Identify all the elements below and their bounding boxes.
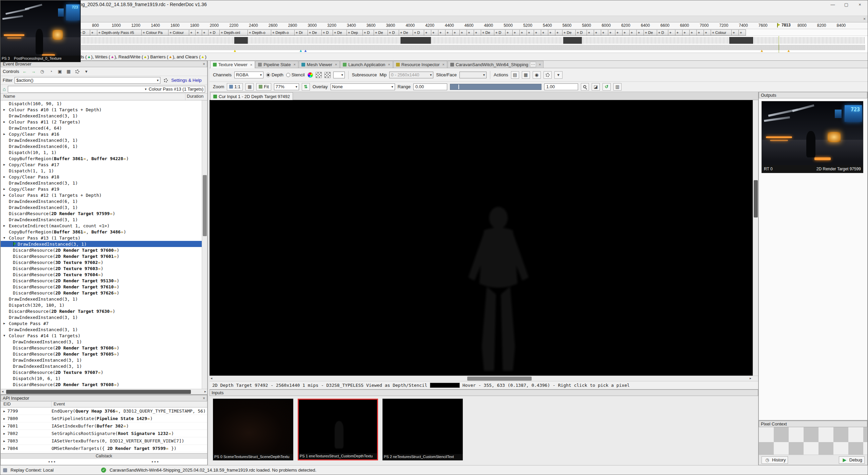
event-row[interactable]: DiscardResource(2D Render Target 97605∞)	[1, 351, 202, 357]
options-dropdown-icon[interactable]: ▾	[83, 69, 90, 75]
breadcrumb[interactable]: ▾ Colour Pass #13 (1 Targets)	[8, 86, 205, 93]
maximize-button[interactable]: ▢	[841, 2, 852, 7]
timeline-pass-segment[interactable]: +	[541, 30, 548, 36]
event-row[interactable]: DrawIndexedInstanced(3, 1)	[1, 357, 202, 363]
range-min-input[interactable]: 0.00	[413, 83, 447, 90]
input-thumbnail[interactable]: PS 0 SceneTexturesStruct_SceneDepthTextu	[213, 399, 293, 460]
debug-button[interactable]: ▶Debug	[839, 456, 865, 464]
zoom-grid-icon[interactable]: ▦	[245, 83, 254, 91]
timeline-pass-segment[interactable]: +	[424, 30, 431, 36]
column-eid[interactable]: EID	[1, 401, 52, 407]
close-button[interactable]: ×	[854, 2, 866, 7]
range-slider-handle[interactable]	[458, 84, 459, 89]
tree-expander-icon[interactable]: ▶	[3, 187, 9, 191]
tab-overflow-button[interactable]: ⋯	[530, 62, 536, 67]
background-select[interactable]: ▾	[333, 72, 345, 78]
event-row[interactable]: DiscardResource(2D Render Target 97610∞)	[1, 284, 202, 290]
timeline-pass-segment[interactable]: + De	[308, 30, 322, 36]
column-duration[interactable]: Duration	[185, 94, 207, 100]
tab-pipeline-state[interactable]: Pipeline State×	[255, 61, 298, 68]
timeline-close-icon[interactable]: ×	[863, 17, 866, 21]
api-inspector-header[interactable]: API Inspector ×	[1, 395, 207, 401]
timeline-pass-segment[interactable]: +	[474, 30, 481, 36]
scrollbar-thumb[interactable]	[203, 175, 207, 236]
tab-close-icon[interactable]: ×	[388, 62, 390, 66]
tab-caravansandwitch-win64-shipping[interactable]: CaravanSandWitch_Win64_Shipping⋯×	[448, 61, 544, 68]
slice-face-select[interactable]: ▾	[459, 72, 487, 78]
timeline-usage-marker[interactable]: ▲	[760, 49, 764, 53]
event-row[interactable]: DrawIndexedInstanced(3, 1)	[1, 314, 202, 320]
event-row[interactable]: DiscardResource(2D Render Target 97626∞)	[1, 290, 202, 296]
timeline-pass-segment[interactable]: +	[675, 30, 683, 36]
timeline-usage-marker[interactable]: ▲	[787, 49, 791, 53]
event-row[interactable]: DrawIndexedInstanced(3, 1)	[1, 137, 202, 143]
timeline-pass-segment[interactable]: +	[587, 30, 594, 36]
options-gear-icon[interactable]	[74, 69, 81, 75]
event-row[interactable]: ▶Compute Pass #7	[1, 320, 202, 326]
event-row[interactable]: DiscardResource(2D Texture 97603∞)	[1, 265, 202, 271]
event-tree-vertical-scrollbar[interactable]	[202, 100, 207, 389]
title-bar[interactable]: CaravanSandWitch-Win64-Shipping_2025.04.…	[0, 0, 868, 8]
tab-close-icon[interactable]: ×	[539, 62, 541, 66]
checker-background-button[interactable]	[316, 72, 322, 78]
range-reset-icon[interactable]: ↺	[603, 83, 611, 91]
timeline-pass-segment[interactable]: + Colour	[711, 30, 732, 36]
api-inspector-column-header[interactable]: EID Event	[1, 401, 207, 407]
settings-help-link[interactable]: Settings & Help	[171, 78, 202, 83]
timeline-pass-segment[interactable]: +	[668, 30, 675, 36]
event-row[interactable]: CopyBufferRegion(Buffer 3861∞, Buffer 94…	[1, 155, 202, 162]
filter-settings-gear-icon[interactable]	[162, 77, 169, 83]
tab-texture-viewer[interactable]: Texture Viewer×	[210, 61, 255, 68]
timeline-pass-segment[interactable]: + D	[362, 30, 374, 36]
event-row[interactable]: DiscardResource(2D Render Target 97600∞)	[1, 247, 202, 253]
event-row[interactable]: DrawIndexedInstanced(3, 1)	[1, 339, 202, 345]
timeline-pass-segment[interactable]: + D	[388, 30, 399, 36]
tree-expander-icon[interactable]: ▶	[3, 193, 9, 197]
tab-close-icon[interactable]: ×	[335, 62, 337, 66]
timeline-pass-segment[interactable]: + Colour	[168, 30, 189, 36]
event-row[interactable]: Dispatch(10, 1, 1)	[1, 149, 202, 155]
api-row[interactable]: ▶7802SetGraphicsRootSignature(Root Signa…	[1, 430, 207, 437]
tab-launch-application[interactable]: Launch Application×	[340, 61, 393, 68]
tree-expander-icon[interactable]: ▶	[3, 163, 9, 166]
input-thumbnail[interactable]: PS 1 eneTexturesStruct_CustomDepthTextu	[298, 399, 378, 460]
range-histogram-icon[interactable]: ▥	[613, 83, 622, 91]
event-row[interactable]: DiscardResource(2D Texture 97607∞)	[1, 369, 202, 375]
timeline-pass-segment[interactable]: +	[445, 30, 453, 36]
jump-forward-button[interactable]: →	[30, 69, 37, 75]
scrollbar-thumb[interactable]	[467, 377, 532, 381]
texture-vertical-scrollbar[interactable]	[753, 100, 758, 376]
callstack-section-header[interactable]: Callstack	[1, 453, 207, 459]
output-thumbnail[interactable]: 723 RT 0 2D Render Target 97599	[762, 101, 863, 173]
save-texture-icon[interactable]: ▦	[522, 71, 530, 79]
timeline-pass-segment[interactable]: +	[459, 30, 467, 36]
event-row[interactable]: CopyBufferRegion(Buffer 3861∞, Buffer 34…	[1, 229, 202, 235]
event-row[interactable]: DiscardResource(2D Render Target 97601∞)	[1, 253, 202, 259]
tree-expander-icon[interactable]: ▶	[3, 410, 5, 413]
event-row[interactable]: ▶Copy/Clear Pass #17	[1, 162, 202, 168]
api-row[interactable]: ▶7803IASetVertexBuffers(0, D3D12_VERTEX_…	[1, 437, 207, 445]
timeline-pass-segment[interactable]: + De	[481, 30, 494, 36]
event-row[interactable]: DiscardResource(3D Texture 97602∞)	[1, 259, 202, 265]
api-row[interactable]: ▶7800SetPipelineState(Pipeline State 142…	[1, 415, 207, 422]
timeline-pass-segment[interactable]: +	[615, 30, 623, 36]
scrollbar-thumb[interactable]	[6, 390, 191, 394]
timeline-pass-segment[interactable]: +	[555, 30, 563, 36]
column-name[interactable]: Name	[1, 94, 185, 100]
tree-expander-icon[interactable]: ▶	[3, 175, 9, 178]
timeline-pass-segment[interactable]: +	[548, 30, 555, 36]
timeline-pass-segment[interactable]: +	[622, 30, 630, 36]
pixel-context-view[interactable]	[759, 427, 867, 455]
timeline-pass-segment[interactable]: + D	[321, 30, 333, 36]
scroll-left-icon[interactable]: ◂	[2, 390, 3, 393]
event-row[interactable]: DrawInstanced(4, 64)	[1, 125, 202, 131]
pixel-context-header[interactable]: Pixel Context	[759, 421, 867, 427]
event-row[interactable]: ▶Colour Pass #10 (1 Targets + Depth)	[1, 107, 202, 113]
inputs-header[interactable]: Inputs	[210, 390, 758, 396]
column-event[interactable]: Event	[52, 401, 207, 407]
bookmark-icon[interactable]: ▣	[56, 69, 63, 75]
event-row[interactable]: ▶ExecuteIndirect(maxCount 1, count <1>)	[1, 223, 202, 229]
timeline-usage-marker[interactable]: ▲	[233, 49, 237, 53]
splitter-grip[interactable]: •••	[1, 459, 104, 464]
api-inspector-close-icon[interactable]: ×	[203, 396, 205, 401]
